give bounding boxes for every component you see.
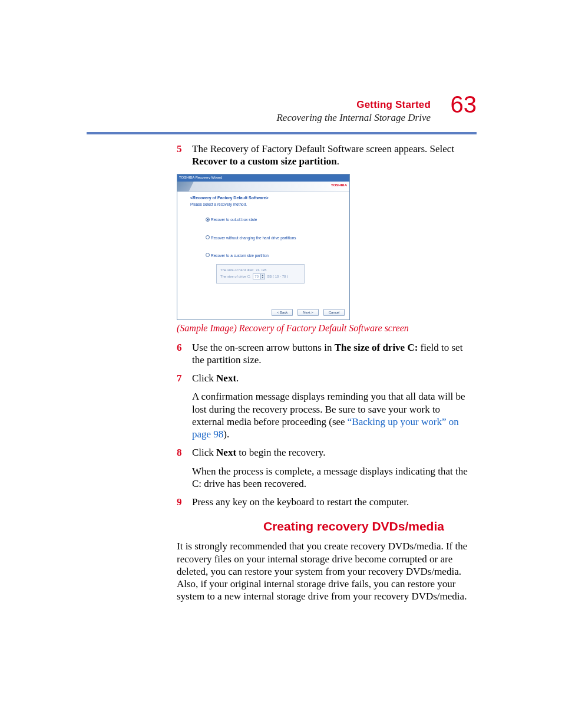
text: Press any key on the keyboard to restart… bbox=[192, 496, 409, 508]
unit: GB bbox=[262, 268, 267, 273]
brand-label: TOSHIBA bbox=[331, 183, 347, 188]
radio-option-2[interactable]: Recover without changing the hard drive … bbox=[190, 236, 341, 241]
bold-text: Next bbox=[216, 447, 236, 458]
content-column: 5 The Recovery of Factory Default Softwa… bbox=[177, 143, 475, 603]
text: Click bbox=[192, 373, 216, 384]
dialog-heading: <Recovery of Factory Default Software> bbox=[190, 196, 341, 201]
radio-option-1[interactable]: Recover to out-of-box state bbox=[190, 218, 341, 222]
step-8: 8 Click Next to begin the recovery. When… bbox=[177, 446, 475, 490]
step-body: Click Next to begin the recovery. When t… bbox=[192, 446, 475, 490]
step-body: Press any key on the keyboard to restart… bbox=[192, 496, 475, 508]
label: The size of drive C: bbox=[220, 275, 251, 279]
step-6: 6 Use the on-screen arrow buttons in The… bbox=[177, 341, 475, 367]
radio-label: Recover without changing the hard drive … bbox=[211, 236, 296, 240]
page: Getting Started Recovering the Internal … bbox=[0, 0, 562, 728]
text: to begin the recovery. bbox=[236, 447, 325, 458]
text: The Recovery of Factory Default Software… bbox=[192, 143, 454, 154]
step-7: 7 Click Next. A confirmation message dis… bbox=[177, 372, 475, 440]
spinner-value: 70 bbox=[253, 274, 260, 279]
step-number: 7 bbox=[177, 372, 192, 440]
dialog-instruction: Please select a recovery method. bbox=[190, 202, 341, 207]
dialog-ribbon: TOSHIBA bbox=[177, 182, 349, 192]
cancel-button[interactable]: Cancel bbox=[323, 309, 345, 316]
step-paragraph: A confirmation message displays remindin… bbox=[192, 390, 475, 440]
section-heading: Creating recovery DVDs/media bbox=[263, 519, 444, 534]
section-heading-wrap: Creating recovery DVDs/media bbox=[177, 519, 475, 535]
step-number: 8 bbox=[177, 446, 192, 490]
step-paragraph: When the process is complete, a message … bbox=[192, 465, 475, 490]
text: . bbox=[236, 373, 239, 384]
step-number: 5 bbox=[177, 143, 192, 168]
step-body: Use the on-screen arrow buttons in The s… bbox=[192, 341, 475, 367]
text: Click bbox=[192, 447, 216, 458]
dialog-titlebar: TOSHIBA Recovery Wizard bbox=[177, 174, 349, 182]
next-button[interactable]: Next > bbox=[297, 309, 319, 316]
radio-label: Recover to out-of-box state bbox=[211, 218, 257, 222]
bold-text: Next bbox=[216, 373, 236, 384]
radio-option-3[interactable]: Recover to a custom size partition bbox=[190, 253, 341, 258]
dialog-button-row: < Back Next > Cancel bbox=[272, 309, 345, 316]
drive-size-panel: The size of hard disk: 74 GB The size of… bbox=[216, 264, 305, 284]
figure-caption: (Sample Image) Recovery of Factory Defau… bbox=[177, 322, 475, 334]
text: ). bbox=[223, 429, 229, 440]
radio-label: Recover to a custom size partition bbox=[211, 253, 269, 258]
text: . bbox=[337, 156, 339, 167]
back-button[interactable]: < Back bbox=[272, 309, 293, 316]
radio-icon bbox=[206, 253, 210, 257]
chapter-title: Getting Started bbox=[276, 99, 431, 111]
step-body: Click Next. A confirmation message displ… bbox=[192, 372, 475, 440]
step-number: 9 bbox=[177, 496, 192, 508]
section-paragraph: It is strongly recommended that you crea… bbox=[177, 540, 475, 602]
radio-icon bbox=[206, 235, 210, 239]
dialog-body: <Recovery of Factory Default Software> P… bbox=[177, 192, 349, 284]
step-number: 6 bbox=[177, 341, 192, 367]
unit-suffix: GB ( 10 - 70 ) bbox=[267, 275, 288, 279]
step-body: The Recovery of Factory Default Software… bbox=[192, 143, 475, 168]
label: The size of hard disk: bbox=[220, 268, 254, 273]
step-9: 9 Press any key on the keyboard to resta… bbox=[177, 496, 475, 508]
spinner-buttons[interactable]: ▲▼ bbox=[260, 274, 265, 279]
text: Use the on-screen arrow buttons in bbox=[192, 342, 335, 353]
bold-text: The size of drive C: bbox=[335, 342, 418, 353]
hard-disk-size-row: The size of hard disk: 74 GB bbox=[220, 268, 300, 273]
radio-icon bbox=[206, 218, 210, 222]
header-rule bbox=[87, 132, 477, 134]
value: 74 bbox=[256, 268, 260, 273]
drive-c-size-row: The size of drive C: 70 ▲▼ GB ( 10 - 70 … bbox=[220, 274, 300, 279]
step-5: 5 The Recovery of Factory Default Softwa… bbox=[177, 143, 475, 168]
page-number: 63 bbox=[451, 91, 477, 118]
chapter-subtitle: Recovering the Internal Storage Drive bbox=[276, 112, 431, 124]
bold-text: Recover to a custom size partition bbox=[192, 156, 337, 167]
recovery-wizard-dialog: TOSHIBA Recovery Wizard TOSHIBA <Recover… bbox=[177, 174, 350, 320]
drive-c-spinner[interactable]: 70 ▲▼ bbox=[253, 274, 265, 279]
page-header-right: Getting Started Recovering the Internal … bbox=[276, 99, 431, 124]
